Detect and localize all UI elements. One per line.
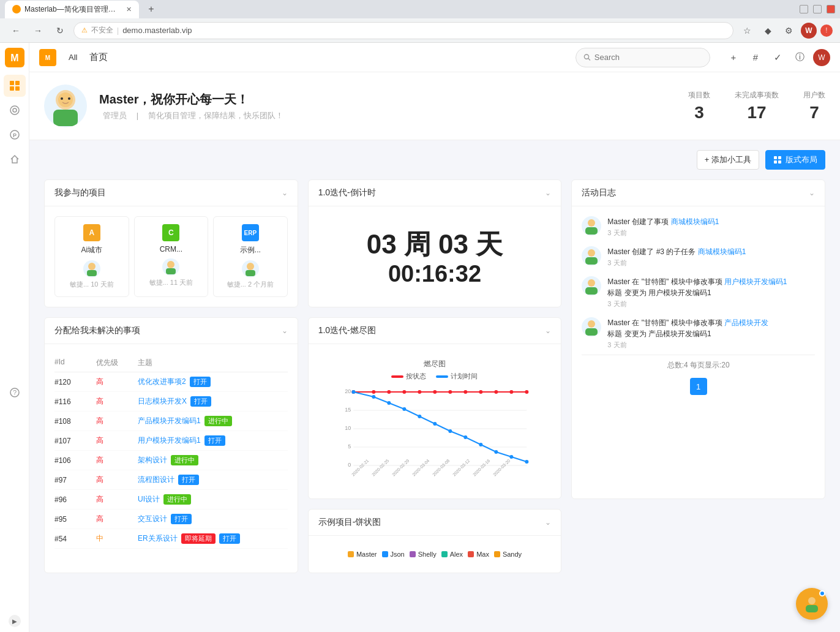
activity-link-1[interactable]: 商城模块编码1: [698, 247, 746, 256]
pie-dot-max: [468, 551, 474, 557]
issue-link-1[interactable]: 日志模块开发X: [138, 396, 187, 407]
widget-countdown-chevron[interactable]: ⌄: [545, 189, 551, 197]
activity-link-0[interactable]: 商城模块编码1: [671, 217, 719, 226]
widget-burndown-title: 1.0迭代-燃尽图: [318, 325, 376, 336]
app-logo[interactable]: M: [5, 48, 24, 67]
svg-rect-30: [246, 270, 255, 276]
issue-priority-6: 高: [96, 494, 133, 505]
svg-point-66: [433, 422, 437, 426]
svg-text:10: 10: [345, 425, 351, 431]
svg-point-71: [509, 455, 513, 459]
svg-rect-2: [10, 81, 14, 85]
sidebar-item-dashboard[interactable]: [4, 75, 26, 97]
sidebar-item-projects[interactable]: P: [4, 124, 26, 146]
security-icon: ⚠: [81, 26, 88, 34]
widget-my-projects: 我参与的项目 ⌄ A Ai城市: [44, 179, 298, 307]
stat-projects: 项目数 3: [688, 90, 710, 122]
info-button[interactable]: ⓘ: [791, 49, 808, 66]
dashboard-body: + 添加小工具 版式布局: [29, 140, 840, 583]
issue-link-3[interactable]: 用户模块开发编码1: [138, 435, 201, 446]
sidebar-item-help[interactable]: ?: [4, 382, 26, 404]
user-avatar-button[interactable]: W: [813, 49, 830, 66]
widget-issues-chevron[interactable]: ⌄: [282, 326, 288, 335]
svg-point-20: [68, 97, 70, 100]
add-action-button[interactable]: +: [725, 49, 742, 66]
issue-link-2[interactable]: 产品模块开发编码1: [138, 416, 201, 426]
svg-point-31: [588, 219, 595, 227]
issue-link-7[interactable]: 交互设计: [138, 514, 167, 524]
widget-pie-chevron[interactable]: ⌄: [545, 518, 551, 527]
add-widget-button[interactable]: + 添加小工具: [697, 150, 759, 170]
extensions-button[interactable]: ◆: [759, 22, 776, 39]
project-card-1[interactable]: C CRM... 敏捷... 11 天前: [134, 216, 209, 297]
pie-label-json: Json: [391, 551, 405, 558]
settings-button[interactable]: ⚙: [780, 22, 797, 39]
refresh-button[interactable]: ↻: [51, 22, 69, 39]
browser-titlebar: Masterlab—简化项目管理的利器 ✕ +: [0, 0, 840, 18]
sidebar-item-tools[interactable]: [4, 148, 26, 170]
issue-tag-2: 进行中: [204, 416, 232, 426]
profile-desc-text: 简化项目管理，保障结果，快乐团队！: [148, 111, 283, 120]
widget-activity-title: 活动日志: [582, 187, 616, 198]
sidebar-expand-button[interactable]: ▶: [9, 615, 21, 627]
profile-avatar-nav[interactable]: W: [801, 23, 817, 39]
svg-text:0: 0: [348, 462, 351, 468]
widget-countdown-body: 03 周 03 天 00:16:32: [309, 206, 561, 303]
bookmark-button[interactable]: ☆: [738, 22, 756, 39]
issue-id-5: #97: [54, 476, 91, 484]
issue-row-5: #97 高 流程图设计 打开: [54, 470, 288, 490]
issue-link-8[interactable]: ER关系设计: [138, 533, 178, 544]
widget-activity: 活动日志 ⌄ Master 创建了事项 商城模块编码1: [571, 179, 825, 499]
layout-button[interactable]: 版式布局: [765, 150, 825, 170]
pie-label-max: Max: [476, 551, 489, 558]
tab-close-button[interactable]: ✕: [126, 6, 132, 13]
minimize-button[interactable]: [800, 5, 808, 13]
svg-point-51: [387, 390, 391, 394]
activity-content-0: Master 创建了事项 商城模块编码1 3 天前: [607, 216, 815, 238]
page-1-button[interactable]: 1: [690, 378, 707, 395]
profile-desc: 管理员 | 简化项目管理，保障结果，快乐团队！: [99, 110, 676, 121]
search-bar[interactable]: [576, 48, 710, 67]
project-avatar-0: [83, 260, 100, 277]
issue-link-0[interactable]: 优化改进事项2: [138, 377, 186, 387]
check-button[interactable]: ✓: [769, 49, 786, 66]
widget-my-projects-chevron[interactable]: ⌄: [282, 189, 288, 197]
browser-tab[interactable]: Masterlab—简化项目管理的利器 ✕: [5, 1, 139, 18]
svg-point-50: [372, 390, 375, 394]
back-button[interactable]: ←: [7, 22, 24, 39]
issue-link-6[interactable]: UI设计: [138, 494, 160, 505]
activity-item-0: Master 创建了事项 商城模块编码1 3 天前: [582, 216, 815, 238]
forward-button[interactable]: →: [29, 22, 47, 39]
chat-bubble[interactable]: [796, 588, 828, 620]
activity-pagination: 1: [582, 378, 815, 395]
search-input[interactable]: [594, 53, 702, 62]
nav-extra-button[interactable]: !: [820, 24, 833, 37]
close-window-button[interactable]: [827, 5, 835, 13]
main-content: Master，祝你开心每一天！ 管理员 | 简化项目管理，保障结果，快乐团队！ …: [29, 72, 840, 632]
project-cards: A Ai城市 敏捷... 10 天前 C CRM...: [54, 216, 288, 297]
maximize-button[interactable]: [813, 5, 822, 13]
issue-tag-5: 打开: [178, 475, 199, 485]
activity-link-2[interactable]: 用户模块开发编码1: [724, 277, 787, 286]
project-card-0[interactable]: A Ai城市 敏捷... 10 天前: [54, 216, 129, 297]
issue-row-6: #96 高 UI设计 进行中: [54, 490, 288, 510]
widget-activity-chevron[interactable]: ⌄: [809, 189, 815, 197]
pie-dot-master: [348, 551, 354, 557]
activity-time-3: 3 天前: [607, 340, 815, 350]
project-card-2[interactable]: ERP 示例... 敏捷... 2 个月前: [213, 216, 288, 297]
sidebar-item-reports[interactable]: [4, 99, 26, 121]
activity-link-3[interactable]: 产品模块开发: [724, 318, 768, 327]
widget-issues-title: 分配给我未解决的事项: [54, 325, 140, 336]
issue-link-5[interactable]: 流程图设计: [138, 475, 174, 485]
issue-link-4[interactable]: 架构设计: [138, 455, 167, 465]
widget-pie-body: Master Json Shelly: [309, 536, 561, 573]
widget-activity-body: Master 创建了事项 商城模块编码1 3 天前 Ma: [572, 206, 825, 405]
hashtag-button[interactable]: #: [747, 49, 764, 66]
new-tab-button[interactable]: +: [144, 2, 159, 17]
project-time-1: 敏捷... 11 天前: [140, 278, 203, 287]
svg-text:2020-03-20: 2020-03-20: [492, 458, 511, 476]
all-label[interactable]: All: [64, 50, 82, 64]
widget-burndown-chevron[interactable]: ⌄: [545, 326, 551, 335]
legend-color-0: [391, 375, 403, 378]
address-bar[interactable]: ⚠ 不安全 | demo.masterlab.vip: [73, 22, 733, 39]
